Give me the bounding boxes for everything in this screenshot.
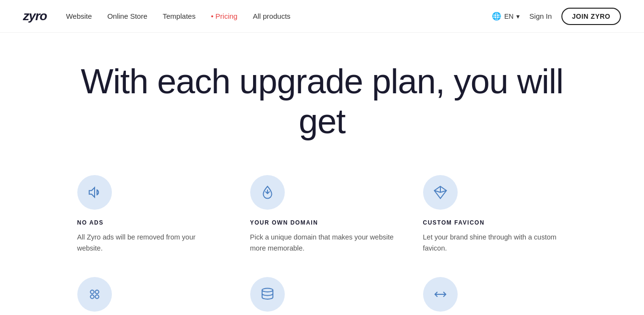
globe-icon: 🌐 [492,12,501,21]
feature-domain: YOUR OWN DOMAIN Pick a unique domain tha… [250,175,394,254]
svg-point-5 [95,295,99,299]
nav-links: Website Online Store Templates Pricing A… [66,12,290,20]
favicon-icon-wrap [423,175,458,210]
feature-no-ads-desc: All Zyro ads will be removed from your w… [77,232,221,254]
navbar-right: 🌐 EN ▾ Sign In JOIN ZYRO [492,8,621,25]
feature-tools: POWERFUL TOOLS Integrate various analyti… [77,277,221,315]
navbar-left: zyro Website Online Store Templates Pric… [23,9,291,24]
lang-label: EN [504,13,513,20]
main-content: With each upgrade plan, you will get NO … [58,33,586,315]
arrows-icon [433,287,448,302]
megaphone-icon [87,185,102,200]
feature-storage: INCREASED STORAGE Never run out of place… [250,277,394,315]
feature-favicon-title: CUSTOM FAVICON [423,219,567,226]
feature-favicon-desc: Let your brand shine through with a cust… [423,232,567,254]
sign-in-link[interactable]: Sign In [529,12,552,20]
feature-no-ads: NO ADS All Zyro ads will be removed from… [77,175,221,254]
nav-pricing[interactable]: Pricing [211,12,237,20]
storage-icon-wrap [250,277,285,312]
feature-bandwidth: SCALE WITH MORE BANDWIDTH Make your webs… [423,277,567,315]
logo[interactable]: zyro [23,9,47,24]
droplet-icon [260,185,275,200]
join-button[interactable]: JOIN ZYRO [561,8,621,25]
features-grid: NO ADS All Zyro ads will be removed from… [77,175,567,315]
bandwidth-icon-wrap [423,277,458,312]
svg-point-4 [90,295,94,299]
diamond-icon [433,185,448,200]
feature-domain-title: YOUR OWN DOMAIN [250,219,394,226]
lang-selector[interactable]: 🌐 EN ▾ [492,12,520,21]
page-wrapper: zyro Website Online Store Templates Pric… [0,0,644,315]
svg-point-6 [262,288,273,292]
no-ads-icon-wrap [77,175,112,210]
nav-all-products[interactable]: All products [253,12,290,20]
tools-icon-wrap [77,277,112,312]
feature-favicon: CUSTOM FAVICON Let your brand shine thro… [423,175,567,254]
database-icon [260,287,275,302]
svg-point-3 [95,290,99,294]
svg-point-2 [90,290,94,294]
navbar: zyro Website Online Store Templates Pric… [0,0,644,33]
feature-domain-desc: Pick a unique domain that makes your web… [250,232,394,254]
nav-website[interactable]: Website [66,12,92,20]
hero-title: With each upgrade plan, you will get [77,62,567,141]
tools-icon [87,287,102,302]
chevron-down-icon: ▾ [516,13,520,20]
nav-online-store[interactable]: Online Store [107,12,147,20]
nav-templates[interactable]: Templates [163,12,195,20]
feature-no-ads-title: NO ADS [77,219,221,226]
domain-icon-wrap [250,175,285,210]
